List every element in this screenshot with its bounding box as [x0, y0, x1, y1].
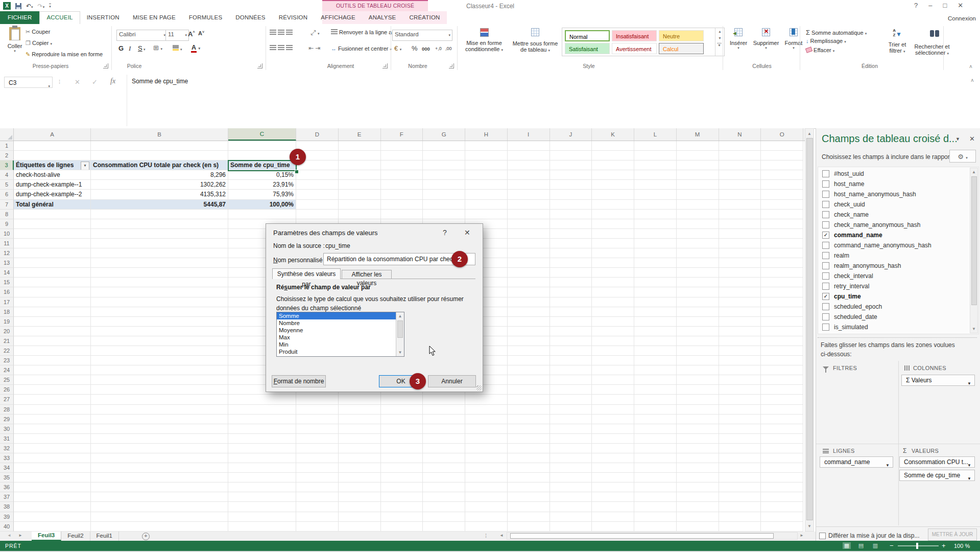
- cell-A14[interactable]: [14, 268, 91, 278]
- field-list-scroll-thumb[interactable]: [971, 176, 977, 305]
- listbox-scrollbar[interactable]: ▲ ▼: [396, 312, 404, 356]
- cell-O30[interactable]: [761, 424, 803, 434]
- cell-M23[interactable]: [677, 356, 719, 365]
- cell-L17[interactable]: [634, 297, 677, 307]
- cell-A34[interactable]: [14, 463, 91, 473]
- cell-F7[interactable]: [381, 200, 423, 210]
- cell-F40[interactable]: [381, 522, 423, 532]
- grow-font-button[interactable]: A˄: [188, 30, 195, 38]
- cell-F29[interactable]: [381, 415, 423, 424]
- cell-C33[interactable]: [228, 453, 296, 463]
- cell-A24[interactable]: [14, 365, 91, 375]
- cell-G2[interactable]: [423, 151, 465, 160]
- cell-O33[interactable]: [761, 453, 803, 463]
- cell-G38[interactable]: [423, 502, 465, 512]
- cell-C28[interactable]: [228, 405, 296, 415]
- cell-D7[interactable]: [296, 200, 339, 210]
- number-format-combo[interactable]: Standard▾: [392, 30, 452, 41]
- cell-O12[interactable]: [761, 248, 803, 258]
- cell-B5[interactable]: 1302,262: [91, 180, 228, 190]
- cell-I8[interactable]: [508, 210, 550, 219]
- cell-O22[interactable]: [761, 346, 803, 356]
- cell-H5[interactable]: [465, 180, 508, 190]
- cell-N27[interactable]: [719, 395, 761, 404]
- cell-B31[interactable]: [91, 434, 228, 444]
- cell-N32[interactable]: [719, 444, 761, 453]
- cell-A5[interactable]: dump-check-example--1: [14, 180, 91, 190]
- cell-K10[interactable]: [592, 229, 634, 239]
- cell-D4[interactable]: [296, 170, 339, 180]
- cell-H27[interactable]: [465, 395, 508, 404]
- cell-F2[interactable]: [381, 151, 423, 160]
- cell-E35[interactable]: [339, 473, 381, 482]
- cell-H30[interactable]: [465, 424, 508, 434]
- field-checkbox[interactable]: ✓: [822, 232, 829, 239]
- row-header-7[interactable]: 7: [0, 200, 14, 210]
- sheet-nav-left-icon[interactable]: ◄: [7, 533, 11, 538]
- row-header-38[interactable]: 38: [0, 502, 14, 512]
- cell-L38[interactable]: [634, 502, 677, 512]
- field-checkbox[interactable]: [822, 252, 829, 259]
- cell-C31[interactable]: [228, 434, 296, 444]
- cell-E1[interactable]: [339, 141, 381, 151]
- cell-F33[interactable]: [381, 453, 423, 463]
- cell-G33[interactable]: [423, 453, 465, 463]
- field-checkbox[interactable]: [822, 262, 829, 269]
- cell-A36[interactable]: [14, 482, 91, 492]
- cell-B29[interactable]: [91, 415, 228, 424]
- italic-button[interactable]: I: [129, 44, 131, 53]
- cell-K22[interactable]: [592, 346, 634, 356]
- cell-K8[interactable]: [592, 210, 634, 219]
- cell-I27[interactable]: [508, 395, 550, 404]
- cell-N24[interactable]: [719, 365, 761, 375]
- cell-B25[interactable]: [91, 375, 228, 385]
- cell-J34[interactable]: [550, 463, 592, 473]
- cell-O24[interactable]: [761, 365, 803, 375]
- cell-M9[interactable]: [677, 219, 719, 229]
- cell-H8[interactable]: [465, 210, 508, 219]
- cell-A19[interactable]: [14, 317, 91, 327]
- cell-I2[interactable]: [508, 151, 550, 160]
- cell-I17[interactable]: [508, 297, 550, 307]
- cell-C5[interactable]: 23,91%: [228, 180, 296, 190]
- cell-I32[interactable]: [508, 444, 550, 453]
- cell-K3[interactable]: [592, 160, 634, 170]
- cell-A7[interactable]: Total général: [14, 200, 91, 210]
- field-checkbox[interactable]: [822, 283, 829, 290]
- cell-D39[interactable]: [296, 512, 339, 522]
- cell-I11[interactable]: [508, 239, 550, 248]
- cut-button[interactable]: ✂ Couper: [26, 29, 50, 35]
- cell-G36[interactable]: [423, 482, 465, 492]
- field-checkbox[interactable]: [822, 211, 829, 218]
- cell-E28[interactable]: [339, 405, 381, 415]
- cell-N1[interactable]: [719, 141, 761, 151]
- cell-B10[interactable]: [91, 229, 228, 239]
- cell-F6[interactable]: [381, 190, 423, 199]
- column-header-B[interactable]: B: [91, 128, 228, 141]
- cell-J10[interactable]: [550, 229, 592, 239]
- font-size-combo[interactable]: 11▾: [165, 30, 189, 41]
- cell-L10[interactable]: [634, 229, 677, 239]
- cell-N19[interactable]: [719, 317, 761, 327]
- cell-F27[interactable]: [381, 395, 423, 404]
- cell-I6[interactable]: [508, 190, 550, 199]
- cell-I22[interactable]: [508, 346, 550, 356]
- cell-D28[interactable]: [296, 405, 339, 415]
- cell-J7[interactable]: [550, 200, 592, 210]
- row-header-15[interactable]: 15: [0, 278, 14, 287]
- cell-K14[interactable]: [592, 268, 634, 278]
- cell-B33[interactable]: [91, 453, 228, 463]
- cell-G29[interactable]: [423, 415, 465, 424]
- cell-O11[interactable]: [761, 239, 803, 248]
- cell-B14[interactable]: [91, 268, 228, 278]
- cell-J22[interactable]: [550, 346, 592, 356]
- cell-D40[interactable]: [296, 522, 339, 532]
- cell-A30[interactable]: [14, 424, 91, 434]
- cell-M14[interactable]: [677, 268, 719, 278]
- field-item-cpu_time[interactable]: ✓cpu_time: [818, 291, 978, 302]
- cell-J36[interactable]: [550, 482, 592, 492]
- cell-A40[interactable]: [14, 522, 91, 532]
- cell-B2[interactable]: [91, 151, 228, 160]
- cell-N20[interactable]: [719, 327, 761, 336]
- tab-création[interactable]: CRÉATION: [402, 11, 446, 24]
